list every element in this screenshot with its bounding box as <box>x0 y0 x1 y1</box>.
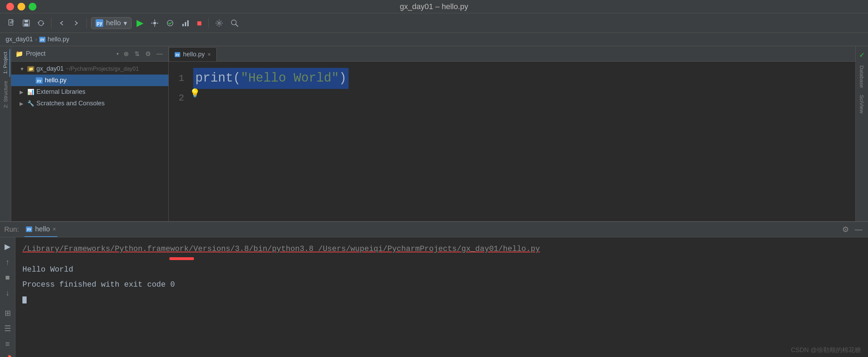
main-layout: 1: Project 2: Structure 📁 Project ▾ ⊕ ⇅ … <box>0 46 868 357</box>
panel-settings-btn[interactable]: ⚙ <box>144 49 152 59</box>
sidebar-item-structure[interactable]: 2: Structure <box>1 78 10 111</box>
code-content[interactable]: print("Hello World") <box>190 69 855 214</box>
root-folder-name: gx_day01 <box>36 65 64 72</box>
coverage-icon <box>166 19 174 27</box>
file-tree: ▼ 📁 gx_day01 ~/PycharmProjects/gx_day01 … <box>11 62 168 221</box>
close-paren: ) <box>339 71 347 85</box>
grid-btn[interactable]: ⊞ <box>2 307 13 320</box>
ext-libs-name: External Libraries <box>36 88 85 96</box>
svg-rect-13 <box>185 22 186 26</box>
watermark: CSDN @徐勒顺的棉花糖 <box>791 346 861 354</box>
ext-libs-arrow: ▶ <box>20 89 25 95</box>
hello-py-icon: py <box>36 77 43 84</box>
breadcrumb-file: py hello.py <box>39 36 69 43</box>
minimize-button[interactable] <box>18 3 25 10</box>
coverage-button[interactable] <box>164 18 176 29</box>
profile-button[interactable] <box>179 18 192 29</box>
run-config-dropdown-icon: ▾ <box>124 19 127 27</box>
console-red-bar <box>169 257 194 260</box>
save-button[interactable] <box>20 18 32 28</box>
settings-button[interactable] <box>213 18 225 29</box>
sync-button[interactable] <box>35 18 47 28</box>
forward-icon <box>72 19 80 27</box>
tree-root-folder[interactable]: ▼ 📁 gx_day01 ~/PycharmProjects/gx_day01 <box>11 63 168 75</box>
panel-dropdown[interactable]: ▾ <box>116 50 119 57</box>
svg-point-15 <box>218 22 220 24</box>
run-tab-label: Run: <box>4 225 19 233</box>
bottom-tabs: Run: py hello × ⚙ — <box>0 222 868 237</box>
scroll-up-btn[interactable]: ↑ <box>4 255 12 269</box>
scratches-arrow: ▶ <box>20 101 25 106</box>
stop-run-btn[interactable]: ■ <box>3 271 12 284</box>
open-paren: ( <box>233 71 241 85</box>
bottom-minimize-btn[interactable]: — <box>853 224 864 236</box>
bottom-side-icons: ▶ ↑ ■ ↓ ⊞ ☰ ≡ 📌 🖨 🗑 <box>0 237 15 357</box>
window-controls[interactable] <box>6 3 36 10</box>
scratches-name: Scratches and Consoles <box>36 100 105 107</box>
console-hello-world: Hello World <box>22 264 861 276</box>
sidebar-item-database[interactable]: Database <box>858 63 866 91</box>
debug-button[interactable] <box>148 18 161 29</box>
code-line-2 <box>193 88 852 108</box>
ext-libs-icon: 📊 <box>27 89 34 95</box>
scroll-down-btn[interactable]: ↓ <box>4 286 12 300</box>
breadcrumb-file-icon: py <box>39 37 46 42</box>
close-button[interactable] <box>6 3 14 10</box>
line-number-1: 1 <box>174 69 184 88</box>
right-sidebar: ✓ Database SciView <box>855 46 868 221</box>
panel-minimize-btn[interactable]: — <box>155 49 164 59</box>
tab-file-icon: py <box>175 52 180 57</box>
breadcrumb-project[interactable]: gx_day01 <box>6 36 33 43</box>
editor-tab-hello-py[interactable]: py hello.py × <box>169 47 217 61</box>
bottom-panel: Run: py hello × ⚙ — ▶ ↑ ■ ↓ ⊞ ☰ ≡ � <box>0 221 868 357</box>
bottom-settings-btn[interactable]: ⚙ <box>841 224 850 236</box>
save-icon <box>22 19 30 27</box>
root-arrow: ▼ <box>20 66 25 72</box>
console-cursor-line <box>22 294 861 306</box>
svg-point-11 <box>167 20 173 26</box>
search-button[interactable] <box>228 18 241 29</box>
tree-item-scratches[interactable]: ▶ 🔧 Scratches and Consoles <box>11 98 168 109</box>
run-again-btn[interactable]: ▶ <box>2 240 13 253</box>
svg-point-6 <box>153 22 156 24</box>
editor-tabs: py hello.py × <box>169 46 855 62</box>
root-folder-path: ~/PycharmProjects/gx_day01 <box>66 66 139 72</box>
print-keyword: print <box>195 71 233 85</box>
svg-line-17 <box>236 24 238 27</box>
string-content: "Hello World" <box>241 71 339 85</box>
panel-header: 📁 Project ▾ ⊕ ⇅ ⚙ — <box>11 46 168 62</box>
tree-item-hello-py[interactable]: py hello.py <box>11 75 168 86</box>
run-button[interactable]: ▶ <box>134 16 146 30</box>
run-tab[interactable]: py hello × <box>24 222 57 237</box>
back-button[interactable] <box>56 18 68 28</box>
svg-rect-12 <box>182 24 184 26</box>
svg-rect-14 <box>187 20 189 26</box>
code-line-1-text: print("Hello World") <box>193 68 349 89</box>
list-btn[interactable]: ☰ <box>2 322 13 335</box>
stop-button[interactable]: ■ <box>195 17 204 29</box>
panel-locate-btn[interactable]: ⊕ <box>122 49 130 59</box>
new-file-button[interactable] <box>6 18 18 28</box>
bottom-content: ▶ ↑ ■ ↓ ⊞ ☰ ≡ 📌 🖨 🗑 /Library/Frameworks/… <box>0 237 868 357</box>
maximize-button[interactable] <box>29 3 36 10</box>
sidebar-item-sciview[interactable]: SciView <box>858 92 866 116</box>
run-tab-py-icon: py <box>26 226 32 232</box>
panel-collapse-btn[interactable]: ⇅ <box>133 49 141 59</box>
lightbulb-icon[interactable]: 💡 <box>190 88 200 98</box>
run-config-selector[interactable]: py hello ▾ <box>91 17 132 29</box>
forward-button[interactable] <box>70 18 82 28</box>
toolbar-separator-2 <box>86 18 87 28</box>
editor-code-area[interactable]: 1 2 print("Hello World") 💡 <box>169 62 855 221</box>
console-cursor <box>22 296 27 303</box>
svg-rect-0 <box>9 20 13 25</box>
list-numbered-btn[interactable]: ≡ <box>3 337 12 351</box>
project-panel: 📁 Project ▾ ⊕ ⇅ ⚙ — ▼ 📁 gx_day01 ~/Pycha… <box>11 46 169 221</box>
hello-py-name: hello.py <box>45 77 66 84</box>
pin-btn[interactable]: 📌 <box>1 353 14 357</box>
tree-item-ext-libs[interactable]: ▶ 📊 External Libraries <box>11 86 168 98</box>
sidebar-item-project[interactable]: 1: Project <box>1 49 10 77</box>
svg-rect-5 <box>24 23 28 26</box>
tab-close-button[interactable]: × <box>208 51 211 58</box>
run-tab-close[interactable]: × <box>53 226 56 232</box>
line-numbers: 1 2 <box>169 69 190 214</box>
